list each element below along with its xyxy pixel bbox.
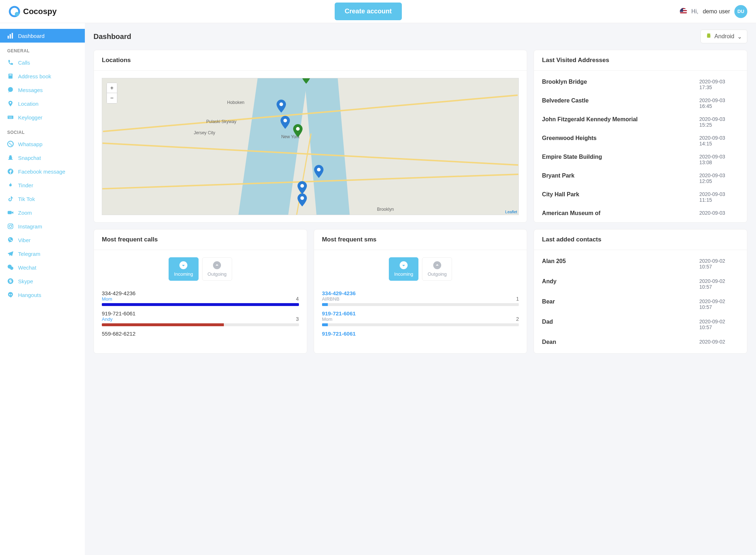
sidebar-item-label: Whatsapp [18, 141, 43, 147]
logo-icon [9, 6, 20, 17]
sidebar-item-viber[interactable]: Viber [0, 233, 85, 247]
panel-title: Most frequent sms [314, 230, 527, 250]
sidebar-item-label: Messages [18, 87, 43, 93]
address-row[interactable]: City Hall Park2020-09-03 11:15 [534, 188, 747, 206]
contact-name: Bear [542, 298, 555, 310]
sidebar-item-messages[interactable]: Messages [0, 83, 85, 97]
username[interactable]: demo user [703, 8, 730, 15]
sidebar-item-instagram[interactable]: Instagram [0, 219, 85, 233]
tab-outgoing[interactable]: Outgoing [202, 257, 232, 281]
zoom-out-button[interactable]: − [107, 93, 117, 103]
svg-rect-12 [11, 117, 12, 117]
address-row[interactable]: American Museum of2020-09-03 [534, 206, 747, 219]
address-row[interactable]: John Fitzgerald Kennedy Memorial2020-09-… [534, 113, 747, 131]
number: 559-682-6212 [102, 331, 135, 337]
sidebar-item-snapchat[interactable]: Snapchat [0, 151, 85, 165]
platform-selector[interactable]: Android ⌄ [700, 30, 747, 43]
address-name: Empire State Building [542, 154, 694, 165]
sidebar-item-label: Telegram [18, 251, 40, 257]
locations-panel: Locations Hoboken Pulaski Skyway Jersey … [94, 50, 527, 223]
flag-icon[interactable] [680, 8, 687, 15]
sidebar-item-wechat[interactable]: Wechat [0, 261, 85, 274]
sms-row[interactable]: 919-721-6061 [322, 328, 519, 339]
contact-time: 2020-09-02 10:57 [699, 258, 739, 270]
zoom-in-button[interactable]: + [107, 83, 117, 93]
contact-name: Dad [542, 319, 553, 330]
logo[interactable]: Cocospy [9, 6, 57, 17]
address-row[interactable]: Empire State Building2020-09-03 13:08 [534, 150, 747, 169]
contact-row[interactable]: Andy2020-09-02 10:57 [534, 274, 747, 294]
map-marker[interactable] [297, 181, 307, 194]
call-row[interactable]: 919-721-6061Andy3 [102, 308, 299, 328]
svg-rect-16 [8, 211, 12, 214]
viber-icon [7, 237, 14, 243]
contact-row[interactable]: Alan 2052020-09-02 10:57 [534, 254, 747, 274]
address-row[interactable]: Brooklyn Bridge2020-09-03 17:35 [534, 75, 747, 94]
contact-name: Mom [322, 316, 356, 322]
address-row[interactable]: Greenwood Heights2020-09-03 14:15 [534, 131, 747, 150]
map[interactable]: Hoboken Pulaski Skyway Jersey City New Y… [102, 78, 519, 215]
sms-row[interactable]: 334-429-4236AIRBNB1 [322, 288, 519, 308]
address-name: John Fitzgerald Kennedy Memorial [542, 116, 694, 128]
sidebar-item-zoom[interactable]: Zoom [0, 206, 85, 219]
sms-row[interactable]: 919-721-6061Mom2 [322, 308, 519, 328]
keyboard-icon [7, 114, 14, 121]
svg-point-18 [9, 225, 12, 228]
platform-label: Android [714, 33, 734, 40]
sidebar-item-facebook-message[interactable]: Facebook message [0, 165, 85, 178]
contact-time: 2020-09-02 [699, 339, 739, 345]
sidebar-item-tinder[interactable]: Tinder [0, 178, 85, 192]
panel-title: Most frequent calls [94, 230, 307, 250]
tab-incoming[interactable]: Incoming [389, 257, 419, 281]
map-attribution[interactable]: Leaflet [505, 210, 517, 214]
call-row[interactable]: 334-429-4236Mom4 [102, 288, 299, 308]
sidebar-item-calls[interactable]: Calls [0, 56, 85, 69]
map-marker[interactable] [277, 100, 286, 113]
contact-time: 2020-09-02 10:57 [699, 298, 739, 310]
address-time: 2020-09-03 11:15 [699, 191, 739, 203]
address-row[interactable]: Bryant Park2020-09-03 12:05 [534, 169, 747, 188]
contact-row[interactable]: Dean2020-09-02 [534, 335, 747, 350]
svg-point-28 [317, 168, 321, 171]
contact-name: Andy [102, 316, 135, 322]
telegram-icon [7, 250, 14, 257]
map-marker[interactable] [297, 193, 307, 206]
map-marker[interactable] [314, 165, 323, 178]
address-row[interactable]: Belvedere Castle2020-09-03 16:45 [534, 94, 747, 113]
map-label: Hoboken [227, 100, 244, 105]
svg-point-25 [279, 102, 283, 106]
calls-panel: Most frequent calls Incoming Outgoing 33… [94, 229, 307, 354]
sidebar-item-location[interactable]: Location [0, 97, 85, 110]
map-marker[interactable]: 3 [301, 78, 311, 84]
tab-incoming[interactable]: Incoming [169, 257, 199, 281]
call-row[interactable]: 559-682-6212 [102, 328, 299, 339]
sidebar-item-address-book[interactable]: Address book [0, 69, 85, 83]
address-list[interactable]: Brooklyn Bridge2020-09-03 17:35Belvedere… [534, 71, 747, 219]
sidebar-item-keylogger[interactable]: Keylogger [0, 110, 85, 124]
create-account-button[interactable]: Create account [335, 3, 402, 20]
sidebar-item-hangouts[interactable]: Hangouts [0, 288, 85, 302]
sidebar: Dashboard GENERAL CallsAddress bookMessa… [0, 23, 85, 555]
map-marker[interactable]: 2 [293, 124, 303, 137]
sidebar-item-skype[interactable]: Skype [0, 274, 85, 288]
address-time: 2020-09-03 17:35 [699, 79, 739, 90]
contact-time: 2020-09-02 10:57 [699, 319, 739, 330]
contact-row[interactable]: Bear2020-09-02 10:57 [534, 294, 747, 314]
address-name: City Hall Park [542, 191, 694, 203]
sidebar-item-whatsapp[interactable]: Whatsapp [0, 137, 85, 151]
map-marker[interactable] [281, 116, 290, 129]
svg-point-8 [10, 102, 12, 104]
avatar[interactable]: DU [734, 5, 747, 18]
map-label: Brooklyn [377, 207, 394, 212]
contact-row[interactable]: Dad2020-09-02 10:57 [534, 314, 747, 335]
sidebar-item-dashboard[interactable]: Dashboard [0, 29, 85, 43]
snapchat-icon [7, 154, 14, 161]
sidebar-item-tik-tok[interactable]: Tik Tok [0, 192, 85, 206]
main: Dashboard Android ⌄ Locations Hoboken Pu… [85, 23, 756, 555]
contact-time: 2020-09-02 10:57 [699, 278, 739, 290]
user-area: Hi, demo user DU [680, 5, 747, 18]
svg-rect-2 [8, 36, 9, 39]
tab-outgoing[interactable]: Outgoing [422, 257, 452, 281]
svg-point-19 [12, 224, 12, 225]
sidebar-item-telegram[interactable]: Telegram [0, 247, 85, 261]
